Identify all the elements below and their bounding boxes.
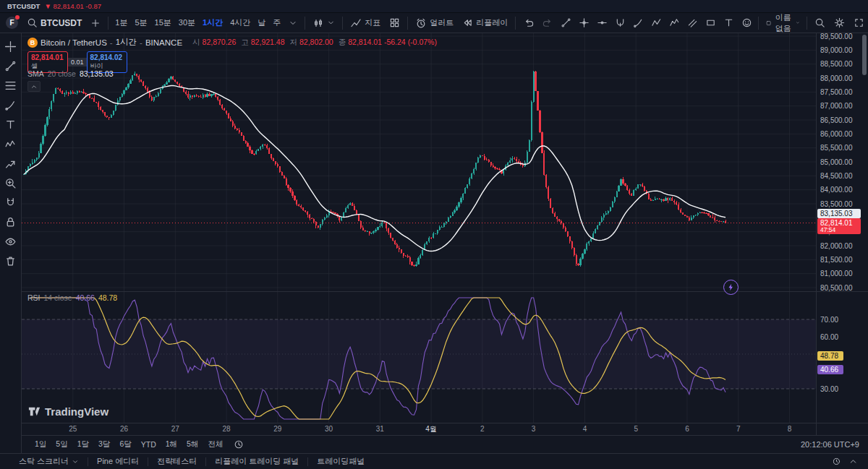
svg-text:88,500.00: 88,500.00 <box>820 60 853 68</box>
bottom-tab-4[interactable]: 트레이딩패널 <box>308 456 373 467</box>
server-time[interactable]: 20:12:06 UTC+9 <box>801 440 859 449</box>
text-icon <box>723 17 734 28</box>
timeframe-5분[interactable]: 5분 <box>131 15 150 31</box>
timeframe-1분[interactable]: 1분 <box>111 15 131 31</box>
chart-type-button[interactable] <box>308 15 339 31</box>
svg-text:81,500.00: 81,500.00 <box>820 256 853 264</box>
compare-add-button[interactable] <box>86 15 105 31</box>
magic-action-button[interactable] <box>723 280 739 295</box>
range-6달[interactable]: 6달 <box>115 438 135 451</box>
tool-lock[interactable] <box>4 215 17 229</box>
favorite-tool-parallel-channel[interactable] <box>684 15 701 30</box>
candles <box>23 71 726 267</box>
timeframe-주[interactable]: 주 <box>269 15 284 31</box>
favorite-tool-trend-line[interactable] <box>558 15 574 30</box>
alarm-icon[interactable] <box>832 457 841 466</box>
favorite-tool-rectangle[interactable] <box>702 15 719 30</box>
range-3달[interactable]: 3달 <box>94 438 114 451</box>
range-5일[interactable]: 5일 <box>51 438 72 451</box>
go-to-date-button[interactable] <box>232 438 245 451</box>
rsi-value-label: 40.66 <box>817 365 843 374</box>
fullscreen-icon <box>854 17 864 28</box>
timeframe-날[interactable]: 날 <box>254 15 269 31</box>
timeframe-4시간[interactable]: 4시간 <box>226 15 254 31</box>
redo-button[interactable] <box>538 15 558 31</box>
open-value: 82,870.26 <box>203 38 237 48</box>
timeframe-menu-button[interactable] <box>284 15 302 31</box>
range-1일[interactable]: 1일 <box>30 438 51 451</box>
user-avatar[interactable]: F <box>6 17 18 29</box>
sma-legend[interactable]: SMA 20 close 83,135.03 <box>27 69 114 78</box>
range-1해[interactable]: 1해 <box>161 438 182 451</box>
timeframe-1시간[interactable]: 1시간 <box>199 15 226 31</box>
tool-pattern[interactable] <box>4 137 17 151</box>
tool-crosshair[interactable] <box>4 40 17 53</box>
chart-pane[interactable]: 252627282930314월234567889,500.0089,000.0… <box>22 33 868 453</box>
tool-text[interactable] <box>4 118 17 132</box>
svg-text:87,000.00: 87,000.00 <box>820 102 853 110</box>
titlebar-symbol: BTCUSDT <box>7 2 40 10</box>
favorite-tool-cross-line[interactable] <box>576 15 592 30</box>
scrollbar[interactable] <box>862 35 867 75</box>
tool-brush[interactable] <box>4 98 17 112</box>
brush-icon <box>633 17 644 28</box>
pitchfork-icon <box>615 17 626 28</box>
layout-name-button[interactable]: 이름없음 <box>762 12 804 34</box>
bottom-tab-3[interactable]: 리플레이 트레이딩 패널 <box>206 456 307 467</box>
favorite-tool-horizontal-line[interactable] <box>594 15 610 30</box>
bottom-tab-1[interactable]: Pine 에디터 <box>88 456 148 467</box>
indicators-button[interactable]: 지표 <box>346 15 385 31</box>
favorite-tool-brush[interactable] <box>630 15 647 30</box>
range-5해[interactable]: 5해 <box>182 438 203 451</box>
svg-text:29: 29 <box>273 425 282 433</box>
quick-search-button[interactable] <box>810 15 830 31</box>
undo-button[interactable] <box>519 15 538 31</box>
favorite-tool-zigzag[interactable] <box>648 15 665 30</box>
tool-fib-retracement[interactable] <box>4 79 17 92</box>
collapse-pane-button[interactable] <box>27 81 41 92</box>
svg-text:25: 25 <box>69 425 77 433</box>
svg-text:85,500.00: 85,500.00 <box>820 144 853 152</box>
rsi-legend[interactable]: RSI 14 close 40.66 48.78 <box>27 293 117 302</box>
bottom-tab-0[interactable]: 스탁 스크리너 <box>10 456 88 467</box>
range-YTD[interactable]: YTD <box>137 439 161 450</box>
workspace: 252627282930314월234567889,500.0089,000.0… <box>0 33 868 453</box>
zigzag-icon <box>651 17 662 28</box>
bottom-tab-2[interactable]: 전략테스터 <box>148 456 205 467</box>
indicator-templates-button[interactable] <box>385 15 404 31</box>
alert-button[interactable]: 얼러트 <box>411 15 458 31</box>
eye-icon <box>4 236 17 248</box>
svg-text:30.00: 30.00 <box>820 385 838 393</box>
chart-settings-button[interactable] <box>830 15 849 31</box>
toolbar-right-cluster: 이름없음 퍼블리 <box>558 12 868 34</box>
svg-text:27: 27 <box>171 425 180 433</box>
divider <box>515 17 516 30</box>
tool-eye[interactable] <box>4 235 17 249</box>
range-1달[interactable]: 1달 <box>73 438 93 451</box>
favorite-tool-pitchfork[interactable] <box>612 15 629 30</box>
fib-retracement-icon <box>4 79 17 92</box>
sma-value: 83,135.03 <box>80 69 114 78</box>
sma-price-label: 83,135.03 <box>817 209 861 218</box>
tool-trash[interactable] <box>4 254 17 268</box>
range-전체[interactable]: 전체 <box>203 438 227 451</box>
timeframe-30분[interactable]: 30분 <box>175 15 199 31</box>
time-axis[interactable]: 252627282930314월2345678 <box>69 425 791 433</box>
fullscreen-button[interactable] <box>849 15 868 31</box>
tool-forecast[interactable] <box>4 157 17 171</box>
spread-value: 0.01 <box>68 58 87 66</box>
replay-button[interactable]: 리플레이 <box>458 15 512 31</box>
tool-magnet[interactable] <box>4 196 17 210</box>
favorite-tool-emoji[interactable] <box>739 15 755 30</box>
timeframe-15분[interactable]: 15분 <box>151 15 175 31</box>
favorite-drawing-tools <box>558 15 755 30</box>
favorite-tool-text[interactable] <box>720 15 737 30</box>
favorite-tool-elliott-wave[interactable] <box>666 15 683 30</box>
tool-zoom[interactable] <box>4 176 17 190</box>
tool-trend-line[interactable] <box>4 59 17 73</box>
svg-text:87,500.00: 87,500.00 <box>820 88 853 96</box>
price-chart-canvas[interactable]: 252627282930314월234567889,500.0089,000.0… <box>22 33 868 435</box>
symbol-title[interactable]: Bitcoin / TetherUS <box>41 38 107 47</box>
symbol-search-button[interactable]: BTCUSDT <box>22 15 86 31</box>
expand-panel-chevron-icon[interactable] <box>848 457 858 466</box>
